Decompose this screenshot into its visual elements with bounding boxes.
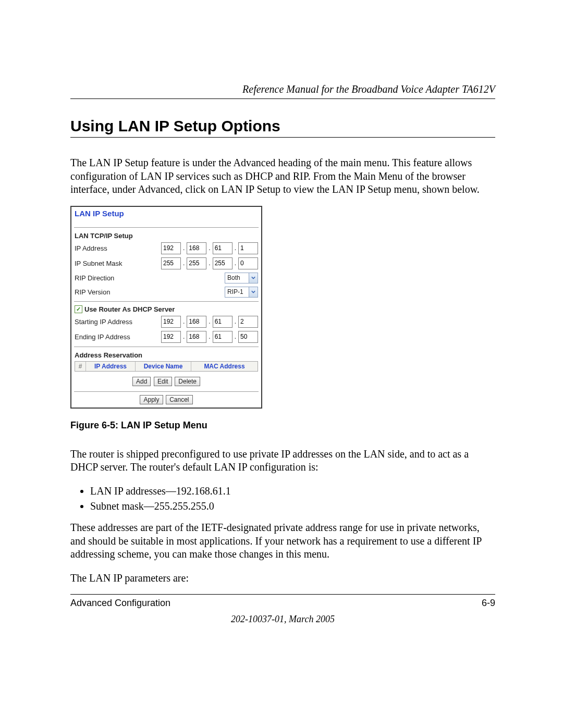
figure-caption: Figure 6-5: LAN IP Setup Menu [70, 420, 495, 431]
ip-octet-4[interactable] [238, 242, 258, 254]
title-rule [70, 137, 495, 138]
dhcp-checkbox-label: Use Router As DHCP Server [84, 305, 175, 313]
paragraph-ietf: These addresses are part of the IETF-des… [70, 521, 495, 561]
ip-octet-2[interactable] [187, 242, 206, 254]
apply-button[interactable]: Apply [140, 395, 163, 404]
intro-paragraph: The LAN IP Setup feature is under the Ad… [70, 156, 495, 196]
checkbox-checked-icon[interactable]: ✓ [75, 305, 82, 313]
rip-direction-row: RIP Direction Both [71, 271, 261, 285]
ip-address-row: IP Address . . . [71, 241, 261, 256]
start-ip-octet-2[interactable] [187, 316, 206, 328]
divider [74, 391, 259, 392]
col-ip: IP Address [86, 362, 136, 371]
rip-direction-label: RIP Direction [75, 274, 225, 282]
start-ip-label: Starting IP Address [75, 318, 161, 326]
dhcp-checkbox-row[interactable]: ✓ Use Router As DHCP Server [71, 304, 261, 314]
subnet-label: IP Subnet Mask [75, 260, 161, 267]
col-device: Device Name [136, 362, 191, 371]
footer-meta: 202-10037-01, March 2005 [70, 614, 495, 625]
paragraph-params: The LAN IP parameters are: [70, 572, 495, 585]
paragraph-defaults: The router is shipped preconfigured to u… [70, 448, 495, 474]
chevron-down-icon [249, 287, 258, 297]
rip-version-label: RIP Version [75, 288, 225, 296]
reservation-buttons: Add Edit Delete [71, 376, 261, 389]
list-item: LAN IP addresses—192.168.61.1 [90, 484, 495, 499]
ip-octet-3[interactable] [213, 242, 232, 254]
lan-ip-setup-panel: LAN IP Setup LAN TCP/IP Setup IP Address… [70, 206, 262, 409]
rip-version-value: RIP-1 [225, 287, 249, 297]
end-ip-octet-4[interactable] [238, 331, 258, 343]
delete-button[interactable]: Delete [175, 377, 200, 386]
col-num: # [75, 362, 86, 371]
add-button[interactable]: Add [132, 377, 151, 386]
end-ip-octet-1[interactable] [161, 331, 181, 343]
end-ip-octet-3[interactable] [213, 331, 232, 343]
form-buttons: Apply Cancel [71, 394, 261, 408]
rip-direction-select[interactable]: Both [225, 273, 258, 283]
end-ip-row: Ending IP Address . . . [71, 329, 261, 344]
end-ip-octet-2[interactable] [187, 331, 206, 343]
subnet-octet-2[interactable] [187, 257, 206, 269]
col-mac: MAC Address [191, 362, 258, 371]
start-ip-row: Starting IP Address . . . [71, 314, 261, 329]
rip-version-select[interactable]: RIP-1 [225, 287, 258, 298]
header-rule [70, 98, 495, 99]
chevron-down-icon [249, 273, 258, 283]
list-item: Subnet mask—255.255.255.0 [90, 499, 495, 514]
default-config-list: LAN IP addresses—192.168.61.1 Subnet mas… [70, 484, 495, 514]
start-ip-octet-3[interactable] [213, 316, 232, 328]
start-ip-octet-1[interactable] [161, 316, 181, 328]
subnet-octet-1[interactable] [161, 257, 181, 269]
edit-button[interactable]: Edit [154, 377, 172, 386]
footer-left: Advanced Configuration [70, 598, 170, 609]
tcpip-heading: LAN TCP/IP Setup [71, 230, 261, 241]
reservation-heading: Address Reservation [71, 349, 261, 360]
section-title: Using LAN IP Setup Options [70, 117, 495, 135]
reservation-table-header: # IP Address Device Name MAC Address [75, 361, 258, 372]
footer-page-number: 6-9 [482, 598, 495, 609]
ip-octet-1[interactable] [161, 242, 181, 254]
subnet-octet-4[interactable] [238, 257, 258, 269]
end-ip-label: Ending IP Address [75, 333, 161, 341]
subnet-octet-3[interactable] [213, 257, 232, 269]
divider [74, 347, 259, 347]
ip-address-label: IP Address [75, 244, 161, 252]
rip-direction-value: Both [225, 273, 249, 283]
cancel-button[interactable]: Cancel [166, 395, 192, 404]
rip-version-row: RIP Version RIP-1 [71, 285, 261, 299]
running-header: Reference Manual for the Broadband Voice… [70, 83, 495, 95]
divider [74, 227, 259, 228]
subnet-row: IP Subnet Mask . . . [71, 256, 261, 271]
panel-title: LAN IP Setup [71, 207, 261, 225]
start-ip-octet-4[interactable] [238, 316, 258, 328]
divider [74, 301, 259, 302]
